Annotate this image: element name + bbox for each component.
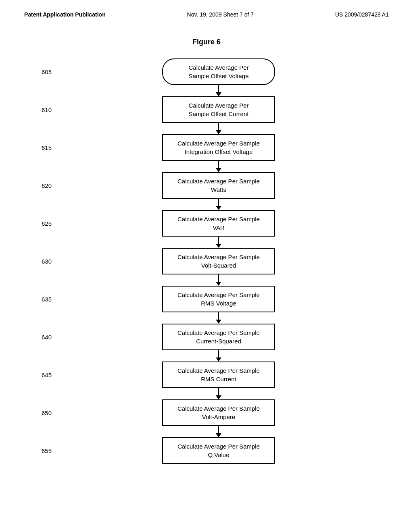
arrow-line-body: [218, 85, 219, 92]
step-box-620: Calculate Average Per SampleWatts: [162, 172, 275, 199]
box-wrapper-655: Calculate Average Per SampleQ Value: [56, 437, 381, 464]
arrow-line-icon: [216, 237, 221, 248]
arrow-645: [32, 388, 381, 399]
step-label-655: 655: [32, 447, 56, 454]
arrow-box: [56, 199, 381, 210]
arrow-line-icon: [216, 312, 221, 324]
arrow-head-icon: [216, 168, 221, 172]
figure-title: Figure 6: [0, 38, 413, 46]
flow-row-635: 635Calculate Average Per SampleRMS Volta…: [32, 286, 381, 312]
arrow-box: [56, 85, 381, 96]
arrow-line-body: [218, 123, 219, 130]
arrow-635: [32, 312, 381, 324]
arrow-line-icon: [216, 426, 221, 437]
box-wrapper-615: Calculate Average Per SampleIntegration …: [56, 134, 381, 161]
step-box-655: Calculate Average Per SampleQ Value: [162, 437, 275, 464]
arrow-box: [56, 312, 381, 324]
step-label-620: 620: [32, 182, 56, 189]
box-wrapper-630: Calculate Average Per SampleVolt-Squared: [56, 248, 381, 274]
box-wrapper-620: Calculate Average Per SampleWatts: [56, 172, 381, 199]
arrow-head-icon: [216, 395, 221, 399]
arrow-line-icon: [216, 161, 221, 172]
step-label-645: 645: [32, 372, 56, 378]
step-label-640: 640: [32, 334, 56, 341]
box-wrapper-635: Calculate Average Per SampleRMS Voltage: [56, 286, 381, 312]
step-box-610: Calculate Average PerSample Offset Curre…: [162, 96, 275, 123]
step-box-615: Calculate Average Per SampleIntegration …: [162, 134, 275, 161]
arrow-head-icon: [216, 206, 221, 210]
arrow-head-icon: [216, 320, 221, 324]
flow-row-620: 620Calculate Average Per SampleWatts: [32, 172, 381, 199]
step-label-610: 610: [32, 106, 56, 113]
flow-row-650: 650Calculate Average Per SampleVolt-Ampe…: [32, 399, 381, 426]
step-box-640: Calculate Average Per SampleCurrent-Squa…: [162, 324, 275, 350]
arrow-610: [32, 123, 381, 134]
arrow-head-icon: [216, 433, 221, 437]
arrow-line-icon: [216, 388, 221, 399]
arrow-line-body: [218, 161, 219, 168]
box-wrapper-645: Calculate Average Per SampleRMS Current: [56, 362, 381, 388]
step-box-635: Calculate Average Per SampleRMS Voltage: [162, 286, 275, 312]
step-box-650: Calculate Average Per SampleVolt-Ampere: [162, 399, 275, 426]
arrow-630: [32, 274, 381, 286]
arrow-box: [56, 350, 381, 362]
arrow-head-icon: [216, 244, 221, 248]
arrow-line-body: [218, 350, 219, 357]
arrow-line-body: [218, 237, 219, 244]
arrow-box: [56, 237, 381, 248]
arrow-line-icon: [216, 274, 221, 286]
box-wrapper-610: Calculate Average PerSample Offset Curre…: [56, 96, 381, 123]
arrow-line-body: [218, 274, 219, 282]
step-label-625: 625: [32, 220, 56, 227]
page: Patent Application Publication Nov. 19, …: [0, 0, 413, 532]
arrow-line-icon: [216, 350, 221, 362]
step-box-645: Calculate Average Per SampleRMS Current: [162, 362, 275, 388]
arrow-line-body: [218, 388, 219, 395]
arrow-625: [32, 237, 381, 248]
step-box-605: Calculate Average PerSample Offset Volta…: [162, 58, 275, 85]
step-label-630: 630: [32, 258, 56, 265]
arrow-650: [32, 426, 381, 437]
arrow-head-icon: [216, 130, 221, 134]
arrow-line-body: [218, 312, 219, 320]
box-wrapper-640: Calculate Average Per SampleCurrent-Squa…: [56, 324, 381, 350]
box-wrapper-650: Calculate Average Per SampleVolt-Ampere: [56, 399, 381, 426]
header-right: US 2009/0287428 A1: [335, 11, 389, 18]
flow-row-655: 655Calculate Average Per SampleQ Value: [32, 437, 381, 464]
flow-row-640: 640Calculate Average Per SampleCurrent-S…: [32, 324, 381, 350]
arrow-line-icon: [216, 85, 221, 96]
arrow-line-icon: [216, 199, 221, 210]
header-center: Nov. 19, 2009 Sheet 7 of 7: [187, 11, 254, 18]
step-label-615: 615: [32, 144, 56, 151]
arrow-head-icon: [216, 92, 221, 96]
arrow-line-body: [218, 426, 219, 433]
arrow-box: [56, 388, 381, 399]
step-label-650: 650: [32, 409, 56, 416]
flow-row-630: 630Calculate Average Per SampleVolt-Squa…: [32, 248, 381, 274]
arrow-head-icon: [216, 282, 221, 286]
step-label-635: 635: [32, 296, 56, 303]
flow-row-615: 615Calculate Average Per SampleIntegrati…: [32, 134, 381, 161]
flowchart: 605Calculate Average PerSample Offset Vo…: [0, 58, 413, 464]
arrow-box: [56, 123, 381, 134]
flow-row-625: 625Calculate Average Per SampleVAR: [32, 210, 381, 237]
arrow-line-body: [218, 199, 219, 206]
arrow-box: [56, 274, 381, 286]
arrow-box: [56, 426, 381, 437]
flow-row-605: 605Calculate Average PerSample Offset Vo…: [32, 58, 381, 85]
box-wrapper-605: Calculate Average PerSample Offset Volta…: [56, 58, 381, 85]
arrow-line-icon: [216, 123, 221, 134]
flow-row-645: 645Calculate Average Per SampleRMS Curre…: [32, 362, 381, 388]
box-wrapper-625: Calculate Average Per SampleVAR: [56, 210, 381, 237]
arrow-615: [32, 161, 381, 172]
arrow-640: [32, 350, 381, 362]
arrow-620: [32, 199, 381, 210]
header: Patent Application Publication Nov. 19, …: [0, 0, 413, 22]
arrow-head-icon: [216, 357, 221, 362]
arrow-box: [56, 161, 381, 172]
step-label-605: 605: [32, 69, 56, 75]
step-box-625: Calculate Average Per SampleVAR: [162, 210, 275, 237]
flow-row-610: 610Calculate Average PerSample Offset Cu…: [32, 96, 381, 123]
arrow-605: [32, 85, 381, 96]
header-left: Patent Application Publication: [24, 11, 106, 18]
